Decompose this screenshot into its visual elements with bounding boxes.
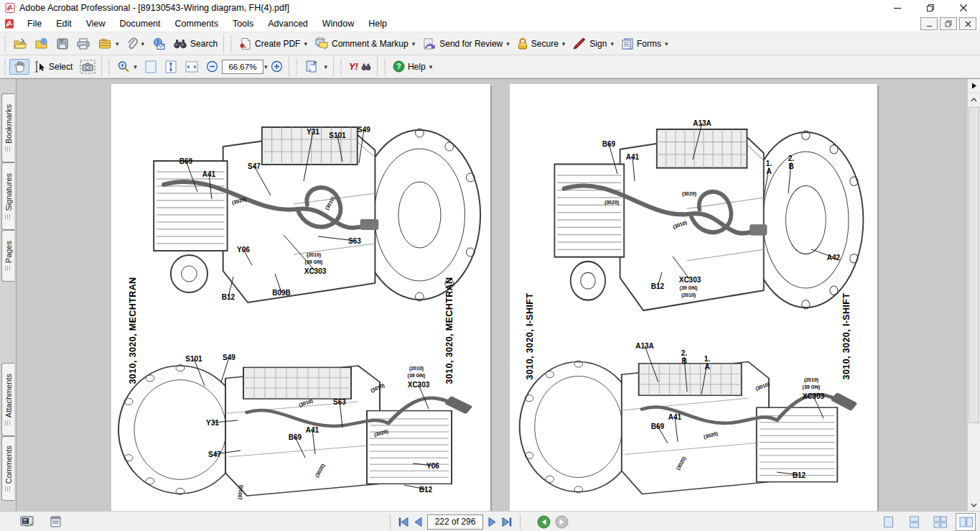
send-for-review-button[interactable]: Send for Review▾ xyxy=(419,36,513,52)
first-page-button[interactable] xyxy=(397,517,409,527)
tab-grip xyxy=(5,266,11,271)
last-page-button[interactable] xyxy=(501,517,513,527)
dropdown-arrow-icon[interactable]: ▾ xyxy=(665,40,668,47)
dropdown-arrow-icon[interactable]: ▾ xyxy=(304,40,307,47)
menu-item-comments[interactable]: Comments xyxy=(168,17,225,30)
tab-grip xyxy=(5,420,11,425)
menu-item-advanced[interactable]: Advanced xyxy=(261,17,315,30)
create-pdf-button[interactable]: Create PDF▾ xyxy=(235,36,311,52)
menu-item-document[interactable]: Document xyxy=(113,17,168,30)
fit-height-button[interactable] xyxy=(161,58,181,75)
statusbar-separator xyxy=(390,514,391,529)
tab-attachments[interactable]: Attachments xyxy=(1,363,14,436)
dropdown-arrow-icon[interactable]: ▾ xyxy=(324,63,327,70)
save-button[interactable] xyxy=(52,36,73,52)
scroll-down-button[interactable] xyxy=(968,499,980,511)
dropdown-arrow-icon[interactable]: ▾ xyxy=(412,40,416,47)
forms-icon xyxy=(621,37,634,50)
tab-signatures[interactable]: Signatures xyxy=(1,162,14,230)
toolbar-grip[interactable] xyxy=(229,36,234,52)
tab-comments[interactable]: Comments xyxy=(1,436,14,501)
toolbar-grip[interactable] xyxy=(383,59,388,75)
scrollbar-thumb[interactable] xyxy=(969,107,979,423)
dropdown-arrow-icon[interactable]: ▾ xyxy=(506,40,510,47)
yahoo-messenger-button[interactable]: Y! xyxy=(345,60,375,73)
zoom-tool-button[interactable]: ▾ xyxy=(113,59,141,75)
single-page-button[interactable] xyxy=(878,513,898,531)
menu-item-edit[interactable]: Edit xyxy=(49,17,79,30)
send-review-icon xyxy=(422,37,437,50)
zoom-out-button[interactable] xyxy=(202,59,222,74)
tab-pages[interactable]: Pages xyxy=(1,230,14,282)
next-view-button[interactable] xyxy=(555,515,569,529)
minimize-button[interactable] xyxy=(881,0,914,16)
tab-bookmarks[interactable]: Bookmarks xyxy=(1,93,14,162)
save-floppy-icon xyxy=(56,37,69,50)
vertical-scrollbar xyxy=(967,79,980,511)
doc-restore-button[interactable] xyxy=(940,17,957,30)
continuous-facing-button[interactable] xyxy=(930,513,950,531)
doc-minimize-button[interactable] xyxy=(920,17,938,30)
zoom-in-button[interactable] xyxy=(267,59,286,74)
scrollbar-track[interactable] xyxy=(968,106,980,499)
page-size-icon[interactable] xyxy=(50,515,62,528)
menu-item-view[interactable]: View xyxy=(79,17,113,30)
organizer-button[interactable]: ▾ xyxy=(94,36,123,52)
select-tool-button[interactable]: Select xyxy=(29,60,76,74)
dropdown-arrow-icon[interactable]: ▾ xyxy=(429,63,433,70)
previous-page-button[interactable] xyxy=(414,517,423,527)
previous-view-button[interactable] xyxy=(537,515,551,529)
open-from-web-button[interactable] xyxy=(31,36,52,52)
comment-bubble-icon xyxy=(314,37,329,50)
forms-button[interactable]: Forms▾ xyxy=(617,36,672,52)
zoom-level-input[interactable] xyxy=(222,60,263,74)
email-button[interactable] xyxy=(148,36,169,52)
dropdown-arrow-icon[interactable]: ▾ xyxy=(116,40,119,47)
comment-markup-button[interactable]: Comment & Markup▾ xyxy=(311,36,419,52)
search-button[interactable]: Search xyxy=(169,37,221,51)
toolbar-grip[interactable] xyxy=(339,59,344,75)
continuous-button[interactable] xyxy=(904,513,924,531)
menu-bar: FileEditViewDocumentCommentsToolsAdvance… xyxy=(0,16,980,32)
dropdown-arrow-icon[interactable]: ▾ xyxy=(141,40,145,47)
open-folder-icon xyxy=(13,37,27,50)
page-display-button[interactable]: ▾ xyxy=(301,58,331,75)
facing-button[interactable] xyxy=(956,513,976,531)
dropdown-arrow-icon[interactable]: ▾ xyxy=(562,40,566,47)
attach-button[interactable]: ▾ xyxy=(123,36,149,52)
secure-button[interactable]: Secure▾ xyxy=(513,36,569,52)
toolbar-grip[interactable] xyxy=(294,59,299,75)
toolbar-grip[interactable] xyxy=(107,59,112,75)
toolbar-grip[interactable] xyxy=(3,59,8,75)
screen-mode-icon[interactable] xyxy=(20,516,34,528)
doc-close-button[interactable] xyxy=(959,17,976,30)
print-button[interactable] xyxy=(73,36,94,52)
toolbar-grip[interactable] xyxy=(3,36,8,52)
tab-signatures-label: Signatures xyxy=(4,173,13,211)
menu-item-window[interactable]: Window xyxy=(315,17,361,30)
maximize-restore-button[interactable] xyxy=(914,0,947,16)
dropdown-arrow-icon[interactable]: ▾ xyxy=(610,40,614,47)
menu-item-tools[interactable]: Tools xyxy=(225,17,261,30)
page-number-input[interactable] xyxy=(427,514,483,530)
diagram-label: (2010) xyxy=(804,377,818,383)
fit-page-button[interactable] xyxy=(141,58,161,75)
next-page-button[interactable] xyxy=(487,517,497,527)
fit-width-button[interactable] xyxy=(181,59,202,75)
open-button[interactable] xyxy=(9,36,31,52)
search-label: Search xyxy=(190,39,218,49)
snapshot-tool-button[interactable] xyxy=(76,58,99,75)
diagram-label: XC303 xyxy=(803,392,825,400)
menu-item-help[interactable]: Help xyxy=(361,17,394,30)
scroll-up-button[interactable] xyxy=(968,93,980,106)
page-layout-controls xyxy=(878,513,976,531)
help-button[interactable]: ?Help▾ xyxy=(389,59,436,74)
hand-tool-button[interactable] xyxy=(9,59,29,75)
sign-button[interactable]: Sign▾ xyxy=(569,36,617,52)
close-button[interactable] xyxy=(947,0,980,16)
dropdown-arrow-icon[interactable]: ▾ xyxy=(134,63,137,70)
hide-toolbars-arrow-button[interactable] xyxy=(968,79,980,93)
minus-circle-icon xyxy=(206,60,218,73)
magnifier-plus-icon xyxy=(117,60,130,73)
menu-item-file[interactable]: File xyxy=(20,17,49,30)
